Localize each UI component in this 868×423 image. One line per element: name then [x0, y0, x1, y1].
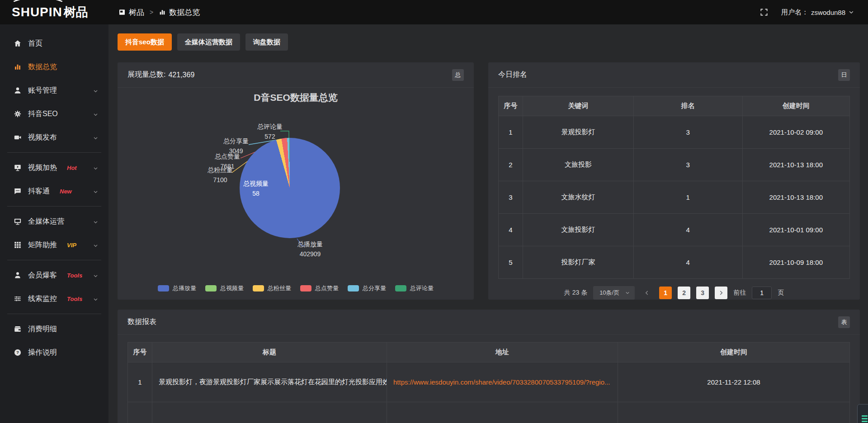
report-table-cell — [618, 402, 850, 423]
sidebar-item-clue-monitor[interactable]: 线索监控Tools — [0, 287, 108, 310]
sidebar-item-operation-guide[interactable]: ?操作说明 — [0, 341, 108, 364]
ranking-table-cell: 1 — [633, 181, 742, 214]
impressions-total-value: 421,369 — [168, 71, 194, 79]
breadcrumb-item-shupin[interactable]: 树品 — [118, 7, 144, 18]
ranking-table-cell: 3 — [499, 181, 523, 214]
impressions-total-label: 展现量总数: — [127, 70, 165, 80]
tab-inquiry-data[interactable]: 询盘数据 — [245, 33, 288, 51]
video-link[interactable]: https://www.iesdouyin.com/share/video/70… — [393, 378, 610, 386]
legend-swatch — [395, 285, 406, 291]
report-column-header: 序号 — [128, 343, 152, 362]
sidebar-item-video-heating[interactable]: 视频加热Hot — [0, 156, 108, 179]
page-button-1[interactable]: 1 — [659, 287, 672, 299]
pie-label: 总评论量572 — [257, 122, 283, 141]
sidebar-item-label: 操作说明 — [28, 348, 57, 357]
goto-unit: 页 — [778, 289, 784, 297]
report-table-cell — [152, 402, 387, 423]
ranking-table-cell: 4 — [633, 246, 742, 279]
sidebar-divider — [7, 206, 101, 207]
grid-icon — [14, 241, 22, 249]
legend-item[interactable]: 总视频量 — [205, 284, 244, 292]
sidebar-item-label: 消费明细 — [28, 324, 57, 334]
report-panel-title: 数据报表 — [127, 317, 156, 327]
legend-label: 总粉丝量 — [268, 284, 291, 292]
sidebar-item-video-publish[interactable]: 视频发布 — [0, 126, 108, 149]
prev-page-button[interactable] — [641, 287, 653, 299]
logo: SHUPIN 树品 — [0, 4, 108, 20]
goto-page-input[interactable] — [752, 287, 772, 299]
sidebar-item-account-management[interactable]: 账号管理 — [0, 79, 108, 102]
sidebar-item-label: 会员爆客 — [28, 271, 57, 280]
ranking-table-cell: 2021-10-02 09:00 — [742, 116, 849, 149]
breadcrumb-item-data-overview[interactable]: 数据总览 — [159, 7, 200, 18]
seo-pie-chart: D音SEO数据量总览 总播放量总视频量总粉丝量总点赞量总分享量总评论量 总播放量… — [118, 88, 474, 300]
legend-label: 总分享量 — [363, 284, 386, 292]
report-table: 序号标题地址创建时间1景观投影灯，夜游景观投影灯厂家展示展示落花灯在花园里的灯光… — [127, 342, 850, 423]
ranking-table-cell: 文旅投影灯 — [523, 214, 634, 246]
report-table-cell — [128, 402, 152, 423]
pie-label-name: 总视频量 — [243, 179, 269, 189]
legend-label: 总播放量 — [173, 284, 196, 292]
page-button-3[interactable]: 3 — [696, 287, 709, 299]
ranking-day-toggle-button[interactable]: 日 — [838, 69, 850, 81]
chevron-down-icon — [93, 88, 99, 94]
chevron-down-icon — [848, 9, 854, 15]
sidebar-item-member-baoke[interactable]: 会员爆客Tools — [0, 263, 108, 287]
pie-label: 总播放量402909 — [297, 240, 323, 259]
sidebar-divider — [7, 152, 101, 153]
ranking-panel: 今日排名 日 序号关键词排名创建时间1景观投影灯32021-10-02 09:0… — [488, 62, 860, 300]
user-menu[interactable]: 用户名： zswodun88 — [781, 8, 854, 17]
ranking-table-row: 2文旅投影32021-10-13 18:00 — [499, 149, 850, 181]
pie-label-value: 58 — [243, 189, 269, 199]
pie-label-name: 总评论量 — [257, 122, 283, 132]
chevron-down-icon — [93, 111, 99, 117]
chevron-down-icon — [93, 296, 99, 302]
gear-icon — [14, 110, 22, 118]
ranking-column-header: 创建时间 — [742, 96, 849, 116]
tab-douyin-seo-data[interactable]: 抖音seo数据 — [118, 33, 172, 51]
report-table-toggle-button[interactable]: 表 — [838, 316, 850, 328]
ranking-table-cell: 4 — [499, 214, 523, 246]
legend-item[interactable]: 总评论量 — [395, 284, 434, 292]
fullscreen-icon[interactable] — [760, 8, 769, 17]
breadcrumb-label: 树品 — [129, 7, 144, 18]
report-table-row — [128, 402, 850, 423]
page-size-select[interactable]: 10条/页 — [593, 286, 635, 300]
sidebar-item-label: 矩阵助推 — [28, 240, 57, 250]
ranking-table-row: 1景观投影灯32021-10-02 09:00 — [499, 116, 850, 149]
sidebar-item-media-operation[interactable]: 全媒体运营 — [0, 210, 108, 233]
report-cell-title: 景观投影灯，夜游景观投影灯厂家展示展示落花灯在花园里的灯光投影应用效果 # — [152, 362, 387, 402]
report-panel: 数据报表 表 序号标题地址创建时间1景观投影灯，夜游景观投影灯厂家展示展示落花灯… — [118, 310, 860, 423]
ranking-table-row: 3文旅水纹灯12021-10-13 18:00 — [499, 181, 850, 214]
customer-service-widget[interactable] — [857, 404, 868, 423]
sidebar-item-data-overview[interactable]: 数据总览 — [0, 55, 108, 79]
report-table-row: 1景观投影灯，夜游景观投影灯厂家展示展示落花灯在花园里的灯光投影应用效果 #ht… — [128, 362, 850, 402]
sidebar-item-douketong[interactable]: 抖客通New — [0, 179, 108, 203]
ranking-panel-title: 今日排名 — [498, 70, 527, 80]
pagination: 共 23 条10条/页123前往页 — [498, 286, 850, 300]
overview-total-toggle-button[interactable]: 总 — [452, 69, 464, 81]
next-page-button[interactable] — [715, 287, 727, 299]
svg-text:?: ? — [16, 350, 19, 355]
sidebar-item-consumption-detail[interactable]: 消费明细 — [0, 317, 108, 341]
page-button-2[interactable]: 2 — [678, 287, 690, 299]
chevron-down-icon — [93, 135, 99, 141]
tab-media-operation-data[interactable]: 全媒体运营数据 — [177, 33, 240, 51]
legend-item[interactable]: 总播放量 — [158, 284, 196, 292]
legend-item[interactable]: 总点赞量 — [300, 284, 339, 292]
chevron-down-icon — [93, 188, 99, 194]
pie-label-value: 7681 — [215, 162, 240, 172]
pie-label-name: 总分享量 — [223, 136, 249, 146]
sidebar-item-label: 视频发布 — [28, 133, 57, 142]
chart-legend: 总播放量总视频量总粉丝量总点赞量总分享量总评论量 — [118, 284, 474, 292]
sidebar-item-label: 全媒体运营 — [28, 217, 64, 226]
pie-label-value: 7100 — [208, 175, 233, 185]
legend-item[interactable]: 总分享量 — [348, 284, 386, 292]
chevron-down-icon — [93, 165, 99, 171]
ranking-table-cell: 2021-10-09 18:00 — [742, 246, 849, 279]
sidebar-item-matrix-boost[interactable]: 矩阵助推VIP — [0, 233, 108, 257]
ranking-table-cell: 1 — [499, 116, 523, 149]
legend-item[interactable]: 总粉丝量 — [253, 284, 291, 292]
sidebar-item-home[interactable]: 首页 — [0, 32, 108, 55]
sidebar-item-douyin-seo[interactable]: 抖音SEO — [0, 102, 108, 126]
